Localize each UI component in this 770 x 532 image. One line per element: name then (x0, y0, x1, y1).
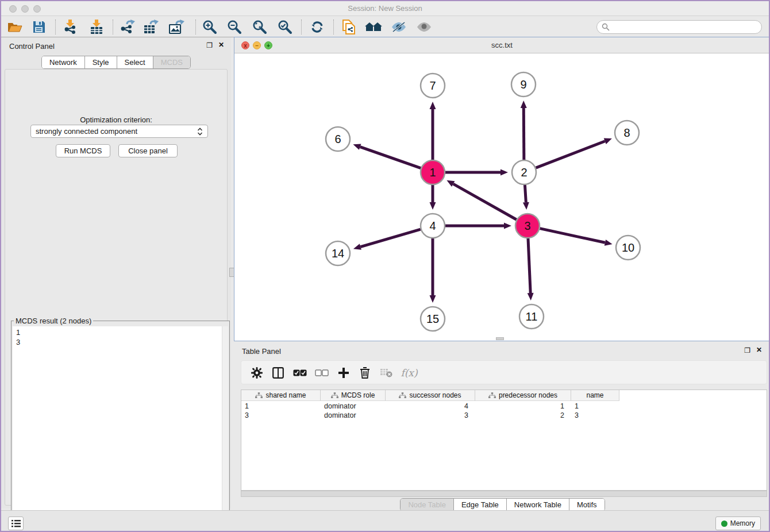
tab-style[interactable]: Style (84, 56, 117, 68)
search-input[interactable] (610, 22, 761, 32)
cell-predecessor-nodes[interactable]: 1 (475, 402, 571, 411)
result-scrollbar[interactable] (222, 326, 228, 528)
mcds-result-textarea[interactable]: 13 (13, 326, 228, 528)
float-table-panel-icon[interactable]: ❐ (744, 347, 750, 354)
close-panel-icon[interactable]: ✕ (218, 41, 224, 48)
refresh-layout-icon[interactable] (308, 18, 326, 36)
node-15[interactable]: 15 (421, 307, 445, 331)
memory-status-icon (721, 521, 727, 527)
search-box[interactable] (596, 20, 762, 34)
zoom-out-icon[interactable] (225, 18, 244, 36)
column-header-mcds-role[interactable]: MCDS role (321, 390, 386, 401)
main-toolbar (1, 17, 769, 37)
float-panel-icon[interactable]: ❐ (206, 42, 213, 49)
add-column-icon[interactable] (335, 364, 352, 381)
delete-column-trash-icon[interactable] (356, 364, 374, 381)
close-panel-button[interactable]: Close panel (118, 144, 178, 157)
cell-mcds-role[interactable]: dominator (321, 411, 386, 420)
task-history-button[interactable] (8, 516, 24, 530)
cell-shared-name[interactable]: 3 (241, 411, 321, 420)
control-panel-title: Control Panel (9, 42, 55, 51)
column-header-shared-name[interactable]: shared name (241, 390, 321, 401)
function-builder-fx-icon[interactable]: f(x) (398, 364, 421, 381)
save-session-icon[interactable] (30, 18, 48, 36)
edge-2-9[interactable] (523, 108, 524, 160)
cell-successor-nodes[interactable]: 4 (386, 402, 475, 411)
column-type-icon (331, 392, 338, 399)
application-window: Session: New Session (0, 0, 770, 532)
result-line: 3 (16, 337, 228, 347)
edge-2-8[interactable] (536, 141, 605, 168)
edge-3-10[interactable] (540, 229, 605, 243)
node-14[interactable]: 14 (326, 241, 350, 265)
export-network-icon[interactable] (118, 18, 137, 36)
cell-predecessor-nodes[interactable]: 2 (475, 411, 571, 420)
arrowhead-1-7 (430, 102, 436, 109)
table-settings-gear-icon[interactable] (248, 364, 265, 381)
tab-mcds[interactable]: MCDS (153, 56, 190, 68)
node-6[interactable]: 6 (326, 127, 350, 151)
zoom-selected-icon[interactable] (276, 18, 294, 36)
canvas-resize-handle[interactable] (496, 337, 504, 340)
show-eye-icon[interactable] (415, 18, 433, 36)
node-11[interactable]: 11 (519, 304, 544, 329)
run-mcds-button[interactable]: Run MCDS (56, 144, 110, 157)
delete-table-icon[interactable] (378, 364, 395, 381)
column-header-predecessor-nodes[interactable]: predecessor nodes (475, 390, 571, 401)
import-table-icon[interactable] (87, 18, 106, 36)
memory-button[interactable]: Memory (715, 516, 761, 530)
duplicate-network-icon[interactable] (340, 18, 358, 36)
node-label: 11 (526, 310, 538, 323)
home-icon[interactable] (364, 18, 383, 36)
cell-shared-name[interactable]: 1 (241, 402, 321, 411)
export-table-icon[interactable] (143, 18, 161, 36)
node-3[interactable]: 3 (515, 214, 540, 238)
cell-successor-nodes[interactable]: 3 (386, 411, 475, 420)
column-header-successor-nodes[interactable]: successor nodes (386, 390, 475, 401)
close-table-panel-icon[interactable]: ✕ (756, 346, 762, 353)
cell-name[interactable]: 1 (571, 402, 619, 411)
node-10[interactable]: 10 (616, 236, 640, 260)
node-4[interactable]: 4 (421, 214, 445, 238)
node-8[interactable]: 8 (615, 121, 639, 145)
tab-edge-table[interactable]: Edge Table (453, 499, 506, 511)
node-1[interactable]: 1 (421, 160, 445, 184)
hide-eye-icon[interactable] (390, 18, 408, 36)
export-image-icon[interactable] (168, 18, 186, 36)
select-all-checkboxes-icon[interactable] (291, 364, 309, 381)
toolbar-separator (195, 20, 196, 34)
tab-node-table[interactable]: Node Table (401, 499, 453, 511)
split-columns-icon[interactable] (270, 364, 287, 381)
node-2[interactable]: 2 (512, 160, 536, 184)
tab-motifs[interactable]: Motifs (569, 499, 605, 511)
arrowhead-4-14 (353, 244, 361, 250)
edge-3-11[interactable] (528, 238, 530, 293)
edge-2-3[interactable] (525, 185, 526, 202)
open-session-icon[interactable] (6, 18, 24, 36)
node-table[interactable]: shared nameMCDS rolesuccessor nodesprede… (241, 390, 767, 491)
tab-network-table[interactable]: Network Table (506, 499, 569, 511)
cell-mcds-role[interactable]: dominator (321, 402, 386, 411)
node-label: 9 (520, 78, 526, 91)
arrowhead-4-3 (504, 223, 511, 229)
node-7[interactable]: 7 (421, 74, 445, 98)
zoom-fit-icon[interactable] (251, 18, 269, 36)
column-header-name[interactable]: name (571, 390, 619, 401)
edge-3-1[interactable] (453, 184, 517, 219)
network-canvas[interactable]: 7968124314101511 (234, 53, 769, 341)
edge-4-14[interactable] (360, 229, 421, 246)
edge-1-6[interactable] (360, 147, 421, 168)
optimization-criterion-select[interactable]: strongly connected component (30, 125, 208, 138)
tab-network[interactable]: Network (42, 56, 84, 68)
node-9[interactable]: 9 (511, 72, 536, 97)
tab-select[interactable]: Select (117, 56, 153, 68)
table-scroll-strip[interactable] (241, 491, 767, 497)
deselect-checkboxes-icon[interactable] (313, 364, 330, 381)
zoom-in-icon[interactable] (201, 18, 219, 36)
cell-name[interactable]: 3 (571, 411, 619, 420)
table-row[interactable]: 3dominator323 (241, 411, 619, 420)
import-network-icon[interactable] (61, 18, 79, 36)
node-label: 4 (429, 219, 436, 232)
network-titlebar[interactable]: x – + scc.txt (234, 37, 769, 53)
table-row[interactable]: 1dominator411 (241, 402, 619, 411)
